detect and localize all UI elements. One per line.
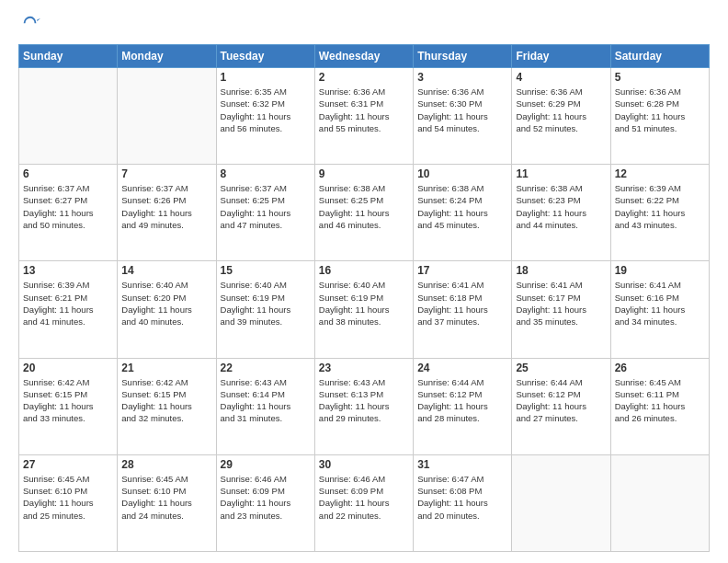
calendar-week-row: 1Sunrise: 6:35 AM Sunset: 6:32 PM Daylig… (19, 68, 710, 165)
day-number: 1 (221, 71, 311, 84)
weekday-header-sunday: Sunday (19, 45, 118, 68)
day-number: 31 (417, 458, 507, 471)
weekday-header-friday: Friday (512, 45, 610, 68)
calendar-cell: 9Sunrise: 6:38 AM Sunset: 6:25 PM Daylig… (314, 165, 413, 261)
day-info: Sunrise: 6:44 AM Sunset: 6:12 PM Dayligh… (516, 376, 606, 425)
calendar-week-row: 27Sunrise: 6:45 AM Sunset: 6:10 PM Dayli… (19, 454, 710, 551)
day-number: 16 (319, 264, 409, 277)
calendar-cell: 30Sunrise: 6:46 AM Sunset: 6:09 PM Dayli… (314, 454, 413, 551)
day-number: 9 (319, 167, 409, 180)
calendar-cell: 6Sunrise: 6:37 AM Sunset: 6:27 PM Daylig… (19, 165, 118, 261)
calendar-cell: 4Sunrise: 6:36 AM Sunset: 6:29 PM Daylig… (512, 68, 610, 165)
day-number: 13 (23, 264, 113, 277)
calendar-cell: 29Sunrise: 6:46 AM Sunset: 6:09 PM Dayli… (216, 454, 314, 551)
calendar-cell: 17Sunrise: 6:41 AM Sunset: 6:18 PM Dayli… (414, 261, 512, 358)
day-number: 5 (615, 71, 705, 84)
weekday-header-thursday: Thursday (414, 45, 512, 68)
day-number: 7 (121, 167, 211, 180)
calendar-cell: 5Sunrise: 6:36 AM Sunset: 6:28 PM Daylig… (610, 68, 709, 165)
calendar-cell: 20Sunrise: 6:42 AM Sunset: 6:15 PM Dayli… (19, 358, 118, 454)
day-info: Sunrise: 6:36 AM Sunset: 6:29 PM Dayligh… (516, 86, 606, 134)
day-info: Sunrise: 6:37 AM Sunset: 6:26 PM Dayligh… (121, 182, 211, 231)
day-number: 20 (23, 362, 113, 374)
day-info: Sunrise: 6:36 AM Sunset: 6:30 PM Dayligh… (417, 86, 507, 134)
day-number: 12 (615, 167, 705, 180)
day-number: 28 (121, 458, 211, 471)
page: SundayMondayTuesdayWednesdayThursdayFrid… (0, 0, 728, 563)
day-info: Sunrise: 6:40 AM Sunset: 6:19 PM Dayligh… (319, 279, 409, 327)
day-number: 25 (516, 362, 606, 374)
day-number: 6 (23, 167, 113, 180)
day-number: 8 (221, 167, 311, 180)
calendar-cell: 28Sunrise: 6:45 AM Sunset: 6:10 PM Dayli… (118, 454, 216, 551)
calendar-cell: 23Sunrise: 6:43 AM Sunset: 6:13 PM Dayli… (314, 358, 413, 454)
day-info: Sunrise: 6:44 AM Sunset: 6:12 PM Dayligh… (417, 376, 507, 425)
day-number: 18 (516, 264, 606, 277)
day-number: 11 (516, 167, 606, 180)
day-number: 26 (615, 362, 705, 374)
calendar-cell: 19Sunrise: 6:41 AM Sunset: 6:16 PM Dayli… (610, 261, 709, 358)
calendar-cell: 22Sunrise: 6:43 AM Sunset: 6:14 PM Dayli… (216, 358, 314, 454)
weekday-header-saturday: Saturday (610, 45, 709, 68)
calendar-cell: 7Sunrise: 6:37 AM Sunset: 6:26 PM Daylig… (118, 165, 216, 261)
day-info: Sunrise: 6:39 AM Sunset: 6:21 PM Dayligh… (23, 279, 113, 327)
calendar-table: SundayMondayTuesdayWednesdayThursdayFrid… (18, 44, 710, 552)
calendar-cell: 8Sunrise: 6:37 AM Sunset: 6:25 PM Daylig… (216, 165, 314, 261)
day-info: Sunrise: 6:42 AM Sunset: 6:15 PM Dayligh… (23, 376, 113, 425)
day-info: Sunrise: 6:38 AM Sunset: 6:24 PM Dayligh… (417, 182, 507, 231)
day-info: Sunrise: 6:46 AM Sunset: 6:09 PM Dayligh… (221, 473, 311, 522)
day-info: Sunrise: 6:45 AM Sunset: 6:10 PM Dayligh… (121, 473, 211, 522)
day-info: Sunrise: 6:41 AM Sunset: 6:17 PM Dayligh… (516, 279, 606, 327)
calendar-cell: 14Sunrise: 6:40 AM Sunset: 6:20 PM Dayli… (118, 261, 216, 358)
day-number: 30 (319, 458, 409, 471)
day-info: Sunrise: 6:43 AM Sunset: 6:13 PM Dayligh… (319, 376, 409, 425)
day-info: Sunrise: 6:38 AM Sunset: 6:23 PM Dayligh… (516, 182, 606, 231)
day-number: 14 (121, 264, 211, 277)
day-info: Sunrise: 6:47 AM Sunset: 6:08 PM Dayligh… (417, 473, 507, 522)
day-number: 17 (417, 264, 507, 277)
day-info: Sunrise: 6:37 AM Sunset: 6:27 PM Dayligh… (23, 182, 113, 231)
calendar-week-row: 20Sunrise: 6:42 AM Sunset: 6:15 PM Dayli… (19, 358, 710, 454)
day-number: 4 (516, 71, 606, 84)
day-info: Sunrise: 6:36 AM Sunset: 6:28 PM Dayligh… (615, 86, 705, 134)
day-info: Sunrise: 6:45 AM Sunset: 6:11 PM Dayligh… (615, 376, 705, 425)
weekday-header-monday: Monday (118, 45, 216, 68)
weekday-header-tuesday: Tuesday (216, 45, 314, 68)
calendar-cell: 26Sunrise: 6:45 AM Sunset: 6:11 PM Dayli… (610, 358, 709, 454)
calendar-cell: 18Sunrise: 6:41 AM Sunset: 6:17 PM Dayli… (512, 261, 610, 358)
day-info: Sunrise: 6:41 AM Sunset: 6:16 PM Dayligh… (615, 279, 705, 327)
calendar-cell (512, 454, 610, 551)
day-info: Sunrise: 6:42 AM Sunset: 6:15 PM Dayligh… (121, 376, 211, 425)
day-info: Sunrise: 6:40 AM Sunset: 6:20 PM Dayligh… (121, 279, 211, 327)
day-number: 3 (417, 71, 507, 84)
day-info: Sunrise: 6:41 AM Sunset: 6:18 PM Dayligh… (417, 279, 507, 327)
calendar-cell: 16Sunrise: 6:40 AM Sunset: 6:19 PM Dayli… (314, 261, 413, 358)
day-number: 29 (221, 458, 311, 471)
calendar-cell: 15Sunrise: 6:40 AM Sunset: 6:19 PM Dayli… (216, 261, 314, 358)
calendar-cell: 1Sunrise: 6:35 AM Sunset: 6:32 PM Daylig… (216, 68, 314, 165)
day-info: Sunrise: 6:35 AM Sunset: 6:32 PM Dayligh… (221, 86, 311, 134)
calendar-cell: 21Sunrise: 6:42 AM Sunset: 6:15 PM Dayli… (118, 358, 216, 454)
calendar-cell: 25Sunrise: 6:44 AM Sunset: 6:12 PM Dayli… (512, 358, 610, 454)
header (18, 15, 710, 35)
calendar-cell: 24Sunrise: 6:44 AM Sunset: 6:12 PM Dayli… (414, 358, 512, 454)
day-info: Sunrise: 6:45 AM Sunset: 6:10 PM Dayligh… (23, 473, 113, 522)
calendar-cell (19, 68, 118, 165)
calendar-week-row: 13Sunrise: 6:39 AM Sunset: 6:21 PM Dayli… (19, 261, 710, 358)
day-number: 19 (615, 264, 705, 277)
logo (18, 15, 40, 35)
calendar-cell: 27Sunrise: 6:45 AM Sunset: 6:10 PM Dayli… (19, 454, 118, 551)
calendar-cell (118, 68, 216, 165)
day-info: Sunrise: 6:46 AM Sunset: 6:09 PM Dayligh… (319, 473, 409, 522)
calendar-cell: 2Sunrise: 6:36 AM Sunset: 6:31 PM Daylig… (314, 68, 413, 165)
day-info: Sunrise: 6:39 AM Sunset: 6:22 PM Dayligh… (615, 182, 705, 231)
day-number: 21 (121, 362, 211, 374)
weekday-header-wednesday: Wednesday (314, 45, 413, 68)
day-info: Sunrise: 6:37 AM Sunset: 6:25 PM Dayligh… (221, 182, 311, 231)
day-number: 22 (221, 362, 311, 374)
calendar-cell: 12Sunrise: 6:39 AM Sunset: 6:22 PM Dayli… (610, 165, 709, 261)
logo-icon (20, 15, 40, 35)
day-info: Sunrise: 6:36 AM Sunset: 6:31 PM Dayligh… (319, 86, 409, 134)
calendar-cell: 11Sunrise: 6:38 AM Sunset: 6:23 PM Dayli… (512, 165, 610, 261)
day-info: Sunrise: 6:38 AM Sunset: 6:25 PM Dayligh… (319, 182, 409, 231)
